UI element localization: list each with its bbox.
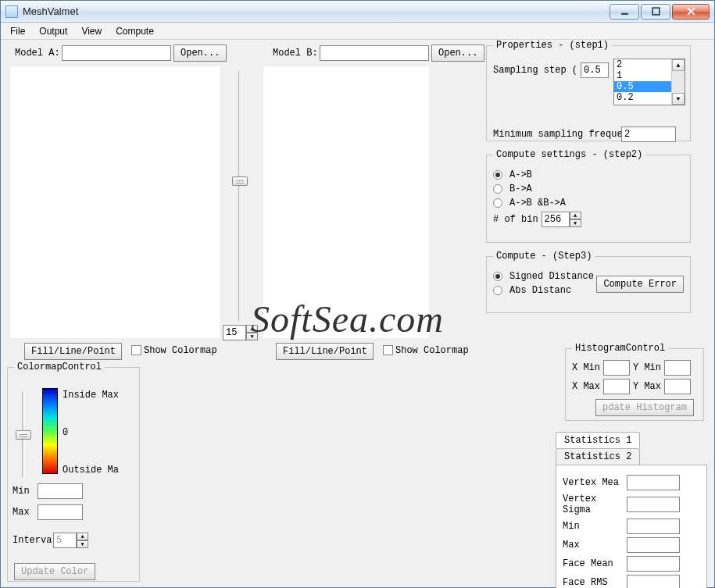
svg-rect-1 (652, 8, 660, 15)
stat-max-input[interactable] (627, 537, 680, 553)
checkbox-icon[interactable] (383, 345, 393, 355)
min-freq-label: Minimum sampling frequenc (493, 129, 634, 140)
radio-both[interactable]: A->B &B->A (493, 198, 684, 208)
max-input[interactable] (38, 504, 83, 520)
menu-compute[interactable]: Compute (109, 24, 160, 38)
face-rms-label: Face RMS (563, 577, 624, 588)
zero-label: 0 (63, 427, 68, 438)
ymax-input[interactable] (664, 379, 691, 394)
menubar: File Output View Compute (1, 23, 714, 40)
sampling-step-input[interactable]: 0.5 (581, 62, 609, 78)
tab-statistics-2[interactable]: Statistics 2 (556, 448, 640, 465)
minimize-button[interactable] (610, 4, 639, 20)
opacity-slider-track (238, 71, 241, 321)
menu-file[interactable]: File (4, 24, 31, 38)
sampling-step-label: Sampling step ( (493, 65, 577, 76)
xmin-label: X Min (572, 362, 600, 373)
ymax-label: Y Max (633, 381, 661, 392)
bins-row: # of bin 256▲▼ (493, 212, 684, 227)
slider-value-spinner[interactable]: ▲▼ (246, 325, 258, 340)
model-a-label: Model A: (15, 48, 60, 59)
radio-icon[interactable] (493, 272, 502, 281)
list-item[interactable]: 0.2 (614, 92, 671, 103)
scroll-up-icon[interactable]: ▲ (672, 59, 685, 71)
vertex-sigma-input[interactable] (627, 497, 680, 512)
update-color-button[interactable]: Update Color (14, 563, 95, 580)
properties-legend: Properties - (step1) (493, 40, 612, 51)
show-colormap-a[interactable]: Show Colormap (131, 345, 217, 356)
colormap-slider-thumb[interactable] (16, 430, 31, 440)
vertex-mea-input[interactable] (627, 475, 680, 490)
sampling-listbox[interactable]: 2 1 0.5 0.2 ▲▼ (613, 59, 685, 105)
interval-label: Interva (13, 535, 52, 546)
face-rms-input[interactable] (627, 575, 680, 588)
menu-output[interactable]: Output (33, 24, 73, 38)
min-label: Min (13, 486, 30, 497)
radio-ba[interactable]: B->A (493, 184, 684, 194)
outside-max-label: Outside Ma (63, 465, 119, 476)
model-b-input[interactable] (320, 45, 429, 61)
ymin-label: Y Min (633, 362, 661, 373)
spin-up-icon[interactable]: ▲ (246, 325, 258, 333)
bins-input[interactable]: 256 (542, 212, 570, 227)
radio-icon[interactable] (493, 184, 502, 194)
statistics-body: Vertex Mea Vertex Sigma Min Max Face Mea… (556, 465, 707, 588)
radio-icon[interactable] (493, 286, 502, 295)
listbox-scrollbar[interactable]: ▲▼ (671, 59, 685, 105)
interval-input[interactable]: 5 (53, 533, 77, 548)
colormap-legend: ColormapControl (14, 362, 105, 372)
ymin-input[interactable] (664, 360, 691, 376)
stat-min-input[interactable] (627, 519, 680, 534)
slider-value-input[interactable]: 15 (223, 325, 246, 340)
titlebar: MeshValmet (1, 1, 714, 23)
fill-line-point-b-button[interactable]: Fill/Line/Point (276, 343, 374, 360)
spin-down-icon[interactable]: ▼ (77, 540, 88, 548)
model-b-label: Model B: (273, 48, 318, 59)
spin-up-icon[interactable]: ▲ (570, 212, 581, 219)
tab-statistics-1[interactable]: Statistics 1 (556, 432, 640, 448)
close-button[interactable] (672, 4, 710, 20)
histogram-legend: HistogramControl (572, 343, 668, 354)
spin-up-icon[interactable]: ▲ (77, 533, 88, 540)
bins-label: # of bin (493, 214, 538, 225)
menu-view[interactable]: View (75, 24, 108, 38)
model-b-open-button[interactable]: Open... (431, 45, 484, 62)
compute-settings-legend: Compute settings - (step2) (493, 149, 645, 160)
radio-ab[interactable]: A->B (493, 169, 684, 180)
maximize-button[interactable] (641, 4, 670, 20)
compute-error-button[interactable]: Compute Error (596, 276, 684, 293)
fill-line-point-a-button[interactable]: Fill/Line/Point (24, 343, 122, 360)
spin-down-icon[interactable]: ▼ (570, 219, 581, 227)
stat-min-label: Min (563, 521, 624, 532)
spin-down-icon[interactable]: ▼ (246, 333, 258, 340)
list-item[interactable]: 0.5 (614, 81, 671, 92)
list-item[interactable]: 1 (614, 70, 671, 81)
compute-legend: Compute - (Step3) (493, 251, 595, 262)
show-colormap-b[interactable]: Show Colormap (383, 345, 469, 356)
face-mean-input[interactable] (627, 556, 680, 572)
min-input[interactable] (38, 483, 83, 499)
interval-spinner[interactable]: ▲▼ (77, 533, 88, 548)
viewport-a[interactable] (10, 66, 220, 338)
radio-icon[interactable] (493, 198, 502, 208)
inside-max-label: Inside Max (63, 390, 119, 401)
vertex-sigma-label: Vertex Sigma (563, 494, 624, 515)
list-item[interactable]: 2 (614, 59, 671, 70)
xmax-input[interactable] (603, 379, 630, 394)
max-label: Max (13, 507, 30, 518)
scroll-down-icon[interactable]: ▼ (672, 93, 685, 105)
update-histogram-button[interactable]: pdate Histogram (595, 399, 694, 416)
viewport-b[interactable] (263, 66, 429, 338)
min-freq-input[interactable]: 2 (621, 127, 676, 142)
window-title: MeshValmet (23, 5, 608, 17)
checkbox-icon[interactable] (131, 345, 141, 355)
model-a-open-button[interactable]: Open... (173, 45, 227, 62)
model-a-input[interactable] (62, 45, 171, 61)
colorbar (42, 388, 58, 474)
radio-icon[interactable] (493, 170, 502, 180)
xmax-label: X Max (572, 381, 600, 392)
opacity-slider-thumb[interactable] (232, 176, 248, 186)
app-icon (5, 5, 18, 18)
xmin-input[interactable] (603, 360, 630, 376)
bins-spinner[interactable]: ▲▼ (570, 212, 581, 227)
